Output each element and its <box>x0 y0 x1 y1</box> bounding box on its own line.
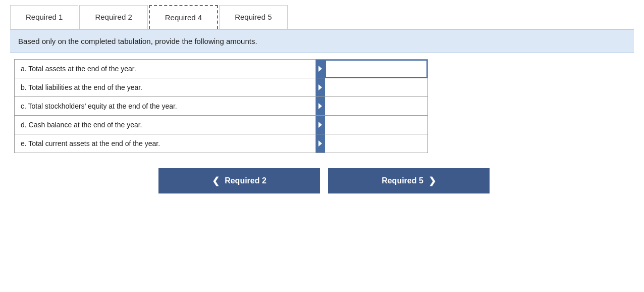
input-arrow-d <box>316 116 325 134</box>
row-label-b: b. Total liabilities at the end of the y… <box>15 78 316 97</box>
next-button[interactable]: Required 5 ❯ <box>328 168 490 193</box>
input-field-a[interactable] <box>325 60 427 78</box>
table-row: a. Total assets at the end of the year. <box>15 60 428 78</box>
table-row: e. Total current assets at the end of th… <box>15 134 428 153</box>
prev-button[interactable]: ❮ Required 2 <box>158 168 320 193</box>
row-input-cell-a <box>315 60 427 78</box>
row-input-cell-d <box>315 116 427 134</box>
data-table: a. Total assets at the end of the year.b… <box>14 59 428 153</box>
next-button-label: Required 5 <box>382 176 423 185</box>
row-input-cell-c <box>315 97 427 116</box>
input-arrow-a <box>316 60 325 78</box>
row-input-cell-e <box>315 134 427 153</box>
input-arrow-c <box>316 97 325 115</box>
tab-req2[interactable]: Required 2 <box>79 5 147 29</box>
input-arrow-b <box>316 78 325 96</box>
input-field-e[interactable] <box>325 134 427 153</box>
row-label-d: d. Cash balance at the end of the year. <box>15 116 316 134</box>
table-row: d. Cash balance at the end of the year. <box>15 116 428 134</box>
prev-button-label: Required 2 <box>225 176 266 185</box>
tab-req4[interactable]: Required 4 <box>149 5 218 29</box>
input-field-b[interactable] <box>325 78 427 96</box>
tab-req1[interactable]: Required 1 <box>10 5 78 29</box>
chevron-left-icon: ❮ <box>212 175 220 186</box>
chevron-right-icon: ❯ <box>428 175 436 186</box>
tabs-container: Required 1Required 2Required 4Required 5 <box>10 5 634 30</box>
instructions-bar: Based only on the completed tabulation, … <box>10 30 634 53</box>
tab-req5[interactable]: Required 5 <box>219 5 287 29</box>
table-row: b. Total liabilities at the end of the y… <box>15 78 428 97</box>
row-label-e: e. Total current assets at the end of th… <box>15 134 316 153</box>
input-field-d[interactable] <box>325 116 427 134</box>
input-field-c[interactable] <box>325 97 427 115</box>
table-row: c. Total stockholders’ equity at the end… <box>15 97 428 116</box>
row-label-c: c. Total stockholders’ equity at the end… <box>15 97 316 116</box>
row-label-a: a. Total assets at the end of the year. <box>15 60 316 78</box>
input-arrow-e <box>316 134 325 153</box>
instructions-text: Based only on the completed tabulation, … <box>18 37 257 45</box>
navigation-buttons: ❮ Required 2 Required 5 ❯ <box>10 168 634 193</box>
row-input-cell-b <box>315 78 427 97</box>
